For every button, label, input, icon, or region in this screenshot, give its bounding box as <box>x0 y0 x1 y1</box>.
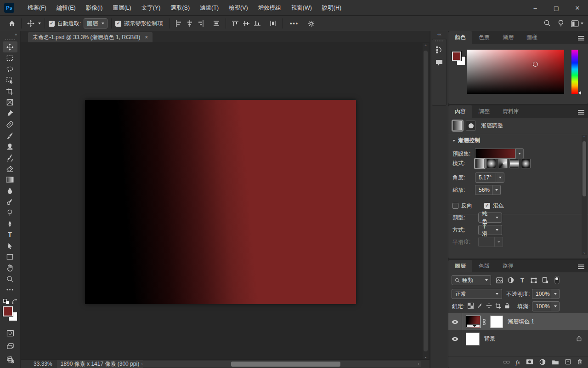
properties-scroll-thumb[interactable] <box>582 141 586 196</box>
link-layers-icon[interactable] <box>503 359 510 366</box>
mask-thumbnail[interactable] <box>466 121 476 131</box>
history-brush-tool[interactable] <box>3 152 17 163</box>
new-adjustment-icon[interactable] <box>539 359 546 367</box>
blend-mode-dropdown[interactable]: 正常 <box>452 289 502 299</box>
dither-checkbox[interactable] <box>484 203 490 209</box>
menu-view[interactable]: 檢視(V) <box>224 0 253 16</box>
method-dropdown[interactable]: 平滑 <box>478 225 502 235</box>
vertical-scrollbar[interactable]: ⌃ ⌄ <box>423 43 429 360</box>
menu-edit[interactable]: 編輯(E) <box>51 0 81 16</box>
tab-channels[interactable]: 色版 <box>472 260 496 272</box>
swap-colors-icon[interactable] <box>11 299 17 305</box>
tab-color[interactable]: 顏色 <box>448 31 472 44</box>
style-angle-button[interactable] <box>498 159 508 168</box>
tab-properties[interactable]: 內容 <box>448 105 472 118</box>
angle-chevron[interactable] <box>496 172 504 183</box>
lasso-tool[interactable] <box>3 63 17 75</box>
fill-chevron[interactable] <box>551 301 560 311</box>
pen-tool[interactable] <box>3 218 17 229</box>
tab-patterns[interactable]: 圖樣 <box>520 31 544 44</box>
align-right-icon[interactable] <box>195 18 206 29</box>
scroll-left-icon[interactable]: ‹ <box>139 361 145 367</box>
horizontal-scrollbar[interactable]: ‹ › <box>139 361 421 367</box>
type-tool[interactable]: T <box>3 229 17 240</box>
lock-position-icon[interactable] <box>486 303 492 310</box>
lock-pixels-icon[interactable] <box>477 303 483 310</box>
type-layer-filter-icon[interactable]: T <box>517 276 527 285</box>
align-middle-icon[interactable] <box>241 18 252 29</box>
minimize-button[interactable]: – <box>525 0 546 16</box>
blur-tool[interactable] <box>3 185 17 196</box>
new-group-icon[interactable] <box>552 359 559 366</box>
lock-transparency-icon[interactable] <box>468 303 474 310</box>
frame-tool[interactable] <box>3 97 17 108</box>
maximize-button[interactable]: ▢ <box>546 0 567 16</box>
distribute-h-icon[interactable] <box>211 18 222 29</box>
search-icon[interactable] <box>543 19 551 28</box>
menu-layer[interactable]: 圖層(L) <box>107 0 136 16</box>
show-transform-checkbox[interactable] <box>115 21 121 27</box>
dock-grip[interactable] <box>432 39 446 43</box>
tab-libraries[interactable]: 資料庫 <box>496 105 526 118</box>
move-tool[interactable] <box>3 41 17 52</box>
panel-menu-icon[interactable] <box>578 264 584 270</box>
new-layer-icon[interactable] <box>565 359 571 366</box>
gradient-layer-thumbnail[interactable] <box>466 316 481 328</box>
spot-healing-brush-tool[interactable] <box>3 119 17 130</box>
scale-chevron[interactable] <box>492 185 501 195</box>
hand-tool[interactable] <box>3 262 17 273</box>
align-bottom-icon[interactable] <box>252 18 263 29</box>
gear-icon[interactable] <box>306 18 317 29</box>
tab-gradients[interactable]: 漸層 <box>496 31 520 44</box>
menu-image[interactable]: 影像(I) <box>81 0 108 16</box>
angle-input[interactable]: 5.17° <box>475 172 496 183</box>
status-zoom-level[interactable]: 33.33% <box>34 361 52 367</box>
shape-layer-filter-icon[interactable] <box>529 276 539 285</box>
delete-layer-icon[interactable] <box>577 359 582 366</box>
scroll-down-icon[interactable]: ⌄ <box>423 353 429 360</box>
scroll-up-icon[interactable]: ⌃ <box>423 43 429 50</box>
mask-link-icon[interactable] <box>482 319 486 325</box>
color-field-cursor[interactable] <box>533 62 538 67</box>
vertical-scroll-thumb[interactable] <box>424 51 428 351</box>
horizontal-scroll-thumb[interactable] <box>231 362 340 367</box>
preset-dropdown-chevron[interactable] <box>515 148 524 159</box>
style-linear-button[interactable] <box>475 159 485 168</box>
collapse-panels-icon[interactable]: «« <box>430 31 448 38</box>
tab-swatches[interactable]: 色票 <box>472 31 496 44</box>
tab-layers[interactable]: 圖層 <box>448 260 472 272</box>
color-panel-swatches[interactable] <box>452 52 468 67</box>
close-button[interactable]: ✕ <box>567 0 588 16</box>
eyedropper-tool[interactable] <box>3 108 17 119</box>
menu-select[interactable]: 選取(S) <box>165 0 195 16</box>
smoothness-input[interactable] <box>478 237 495 247</box>
panel-menu-icon[interactable] <box>578 109 584 115</box>
menu-help[interactable]: 說明(H) <box>317 0 346 16</box>
smudge-tool[interactable] <box>3 196 17 207</box>
align-center-h-icon[interactable] <box>184 18 195 29</box>
section-collapse-icon[interactable] <box>452 140 455 142</box>
discover-icon[interactable] <box>557 19 565 28</box>
history-icon[interactable] <box>432 44 446 56</box>
layer-row-gradient-fill[interactable]: 漸層填色 1 <box>448 313 588 330</box>
hue-slider[interactable] <box>571 50 578 94</box>
lock-all-icon[interactable] <box>504 303 510 310</box>
type-dropdown[interactable]: 純色 <box>478 213 502 223</box>
style-radial-button[interactable] <box>486 159 496 168</box>
workspace-icon[interactable] <box>571 20 583 27</box>
auto-select-checkbox[interactable] <box>49 21 55 27</box>
zoom-tool[interactable] <box>3 273 17 284</box>
foreground-color-swatch[interactable] <box>3 306 13 316</box>
layer-row-background[interactable]: 背景 <box>448 330 588 347</box>
properties-scrollbar[interactable]: ⌃ ⌄ <box>582 135 587 255</box>
object-selection-tool[interactable] <box>3 75 17 86</box>
comments-icon[interactable] <box>432 57 446 69</box>
brush-tool[interactable] <box>3 130 17 141</box>
crop-tool[interactable] <box>3 86 17 97</box>
scroll-right-icon[interactable]: › <box>416 361 421 367</box>
tab-adjustments[interactable]: 調整 <box>472 105 496 118</box>
move-tool-icon[interactable] <box>25 18 36 29</box>
pixel-layer-filter-icon[interactable] <box>494 276 504 285</box>
panel-menu-icon[interactable] <box>578 35 584 41</box>
edit-toolbar[interactable] <box>3 284 17 295</box>
